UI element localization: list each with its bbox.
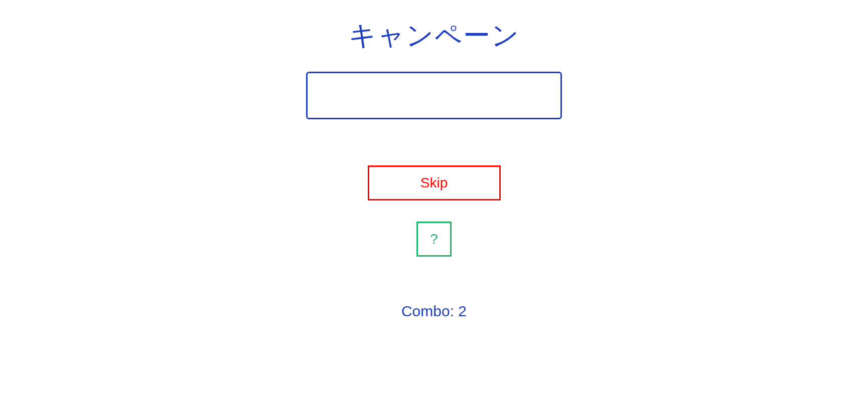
- combo-counter: Combo: 2: [401, 303, 467, 320]
- answer-input[interactable]: [306, 72, 562, 119]
- hint-button[interactable]: ?: [416, 222, 452, 257]
- prompt-word: キャンペーン: [349, 18, 520, 54]
- skip-button[interactable]: Skip: [368, 165, 501, 201]
